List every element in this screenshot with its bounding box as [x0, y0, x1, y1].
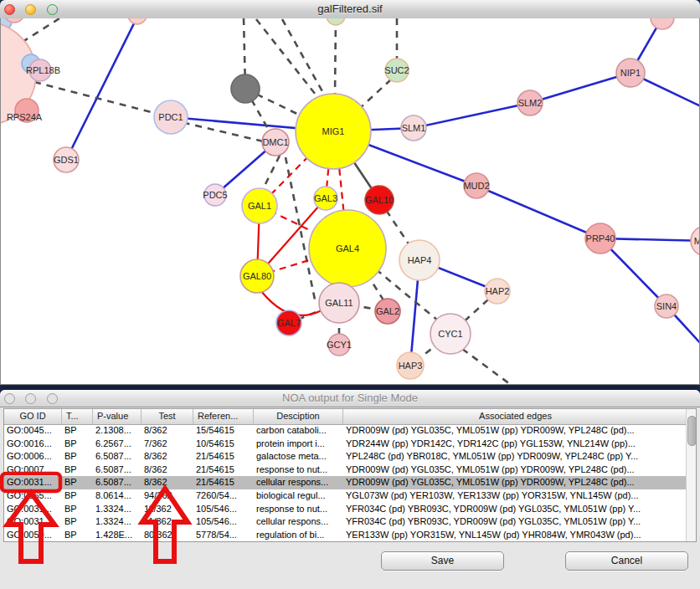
- column-header-reference[interactable]: Referen...: [193, 409, 254, 424]
- table-cell-go_id: GO:0016...: [4, 438, 62, 451]
- table-cell-test: 11/362: [142, 515, 193, 529]
- table-row[interactable]: GO:0007...BP6.5087...8/36221/54615respon…: [4, 464, 686, 477]
- graph-node-gray-node[interactable]: [231, 74, 260, 103]
- table-cell-edges: YER133W (pp) YOR315W, YNL145W (pd) YHR08…: [343, 529, 687, 542]
- table-cell-go_id: GO:0050...: [4, 529, 62, 542]
- column-header-go_id[interactable]: GO ID: [4, 409, 62, 424]
- table-cell-test: 80/362: [142, 529, 193, 542]
- table-row[interactable]: GO:0016...BP6.2567...7/36210/54615protei…: [4, 438, 686, 451]
- column-header-p_value[interactable]: P-value: [93, 409, 142, 424]
- table-cell-edges: YGL073W (pd) YER103W, YER133W (pp) YOR31…: [343, 489, 687, 503]
- go-results-table: GO IDT...P-valueTestReferen...Desciption…: [3, 408, 697, 542]
- table-row[interactable]: GO:0031...BP6.5087...8/36221/54615cellul…: [4, 476, 686, 489]
- table-cell-p_value: 1.3324...: [93, 503, 142, 516]
- table-cell-description: carbon cataboli...: [254, 424, 343, 438]
- graph-node-label-DMC1: DMC1: [262, 137, 288, 147]
- scrollbar-thumb[interactable]: [687, 416, 697, 446]
- zoom-button[interactable]: [47, 393, 58, 404]
- graph-window-titlebar: galFiltered.sif: [0, 0, 700, 19]
- table-cell-reference: 10/54615: [193, 438, 254, 451]
- zoom-button[interactable]: [47, 4, 58, 15]
- table-row[interactable]: GO:0050...BP1.428E...80/3625778/54...reg…: [4, 529, 686, 542]
- table-cell-test: 94/362: [142, 489, 193, 503]
- table-cell-go_id: GO:0031...: [4, 476, 62, 489]
- graph-edge: [530, 73, 631, 103]
- graph-edge: [414, 103, 530, 128]
- graph-node-label-PDC5: PDC5: [203, 190, 227, 200]
- cancel-button[interactable]: Cancel: [565, 551, 688, 571]
- column-header-edges[interactable]: Associated edges: [343, 409, 687, 424]
- close-button[interactable]: [4, 393, 15, 404]
- table-cell-go_id: GO:0006...: [4, 450, 62, 464]
- graph-node-label-RPS24A: RPS24A: [7, 112, 43, 122]
- minimize-button[interactable]: [25, 393, 36, 404]
- save-button[interactable]: Save: [381, 551, 504, 571]
- table-cell-p_value: 6.2567...: [93, 438, 142, 451]
- table-cell-edges: YFR034C (pd) YBR093C, YDR009W (pd) YGL03…: [343, 503, 687, 516]
- window-controls: [4, 392, 64, 404]
- table-cell-test: 8/362: [142, 476, 193, 489]
- table-cell-reference: 105/546...: [193, 503, 254, 516]
- graph-node-label-GAL1: GAL1: [248, 201, 271, 211]
- graph-node-label-NIP1: NIP1: [620, 68, 641, 78]
- table-row[interactable]: GO:0045...BP2.1308...8/36215/54615carbon…: [4, 424, 686, 438]
- table-cell-description: protein import i...: [254, 438, 343, 451]
- graph-edge: [476, 186, 600, 238]
- graph-edge: [66, 18, 137, 160]
- table-cell-edges: YDR009W (pd) YGL035C, YML051W (pp) YDR00…: [343, 476, 687, 489]
- table-cell-go_id: GO:0065...: [4, 489, 62, 503]
- table-cell-description: response to nut...: [254, 503, 343, 516]
- graph-node-cut-top-right[interactable]: [651, 18, 674, 29]
- table-cell-reference: 5778/54...: [193, 529, 254, 542]
- vertical-scrollbar[interactable]: [686, 409, 696, 541]
- table-row[interactable]: GO:0006...BP6.5087...8/36221/54615galact…: [4, 450, 686, 464]
- noa-output-window: NOA output for Single Mode GO IDT...P-va…: [0, 390, 700, 589]
- table-cell-go_id: GO:0045...: [4, 424, 62, 438]
- table-cell-type: BP: [62, 476, 93, 489]
- table-row[interactable]: GO:0065...BP8.0614...94/3627260/54...bio…: [4, 489, 686, 503]
- graph-node-label-PDC1: PDC1: [158, 112, 183, 122]
- table-cell-description: regulation of bi...: [254, 529, 343, 542]
- column-header-test[interactable]: Test: [142, 409, 193, 424]
- minimize-button[interactable]: [25, 4, 36, 15]
- table-cell-p_value: 6.5087...: [93, 450, 142, 464]
- graph-node-label-GAL7: GAL7: [277, 318, 301, 328]
- graph-node-label-GAL10: GAL10: [365, 195, 394, 205]
- graph-node-label-MSL1: MSL1: [694, 236, 699, 246]
- network-graph: RPL18BRPS24AGDS1PDC1DMC1MIG1SUC2SLM1SLM2…: [1, 18, 699, 384]
- graph-node-cut-top-green[interactable]: [327, 18, 345, 25]
- table-cell-p_value: 1.428E...: [93, 529, 142, 542]
- table-cell-reference: 21/54615: [193, 464, 254, 477]
- window-title: NOA output for Single Mode: [0, 390, 700, 407]
- graph-edge: [262, 156, 280, 191]
- table-cell-p_value: 6.5087...: [93, 464, 142, 477]
- close-button[interactable]: [4, 4, 15, 15]
- table-cell-type: BP: [62, 438, 93, 451]
- graph-node-label-GAL80: GAL80: [243, 271, 271, 281]
- table-cell-p_value: 8.0614...: [93, 489, 142, 503]
- column-header-type[interactable]: T...: [62, 409, 93, 424]
- table-cell-test: 7/362: [142, 438, 193, 451]
- table-cell-edges: YDR244W (pp) YDR142C, YDR142C (pp) YGL15…: [343, 438, 687, 451]
- window-title: galFiltered.sif: [0, 0, 700, 18]
- column-header-description[interactable]: Desciption: [254, 409, 343, 424]
- table-cell-type: BP: [62, 464, 93, 477]
- graph-node-label-GAL11: GAL11: [325, 298, 353, 308]
- table-cell-description: cellular respons...: [254, 515, 343, 529]
- graph-node-label-GDS1: GDS1: [54, 155, 79, 165]
- table-cell-edges: YDR009W (pd) YGL035C, YML051W (pp) YDR00…: [343, 424, 687, 438]
- table-header-row: GO IDT...P-valueTestReferen...Desciption…: [4, 409, 686, 425]
- graph-node-label-GAL3: GAL3: [314, 193, 337, 203]
- table-cell-p_value: 1.3324...: [93, 515, 142, 529]
- graph-node-label-SUC2: SUC2: [384, 65, 409, 75]
- table-cell-type: BP: [62, 424, 93, 438]
- graph-node-label-MIG1: MIG1: [322, 126, 345, 136]
- table-cell-type: BP: [62, 489, 93, 503]
- table-cell-edges: YFR034C (pd) YBR093C, YDR009W (pd) YGL03…: [343, 515, 687, 529]
- table-row[interactable]: GO:0031...BP1.3324...11/362105/546...res…: [4, 503, 686, 516]
- network-canvas[interactable]: RPL18BRPS24AGDS1PDC1DMC1MIG1SUC2SLM1SLM2…: [0, 18, 700, 385]
- graph-node-label-GAL2: GAL2: [376, 306, 399, 316]
- table-cell-edges: YDR009W (pd) YGL035C, YML051W (pp) YDR00…: [343, 464, 687, 477]
- table-row[interactable]: GO:0031...BP1.3324...11/362105/546...cel…: [4, 515, 686, 529]
- graph-node-cut-top-pink2[interactable]: [128, 18, 147, 24]
